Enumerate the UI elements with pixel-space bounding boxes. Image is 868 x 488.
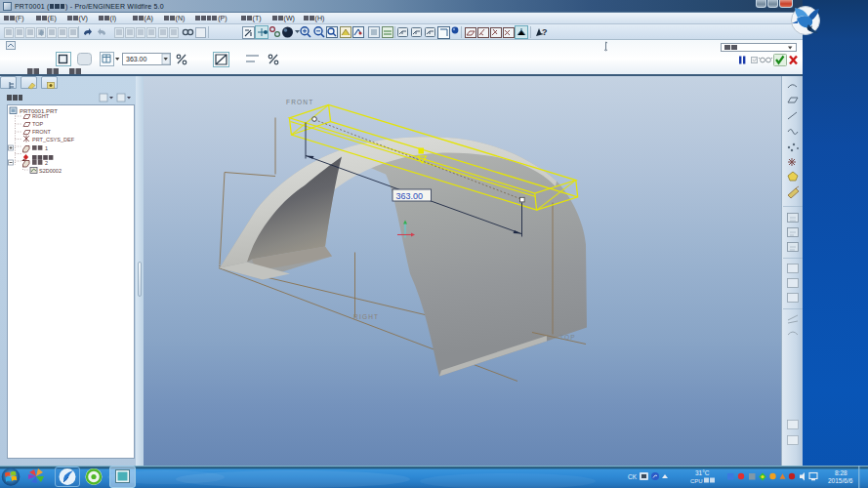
svg-text:PRT_CSYS_DEF: PRT_CSYS_DEF [32,136,75,142]
svg-text:363.00: 363.00 [126,56,147,62]
svg-text:FRONT: FRONT [32,129,52,135]
svg-text:RIGHT: RIGHT [353,313,379,320]
svg-text:TOP: TOP [32,121,44,127]
svg-text:2: 2 [45,160,48,166]
svg-text:CK: CK [628,473,638,480]
svg-text:2015/6/6: 2015/6/6 [828,477,853,484]
svg-text:FRONT: FRONT [286,99,313,105]
svg-text:1: 1 [45,145,48,151]
svg-text:363.00: 363.00 [396,190,424,200]
svg-text:S2D0002: S2D0002 [39,168,62,174]
svg-text:?: ? [542,27,548,37]
svg-text:RIGHT: RIGHT [32,113,50,119]
svg-text:TOP: TOP [559,334,576,341]
svg-text:8:28: 8:28 [835,469,847,476]
svg-text:31°C: 31°C [695,469,710,476]
svg-text:CPU: CPU [690,478,703,484]
